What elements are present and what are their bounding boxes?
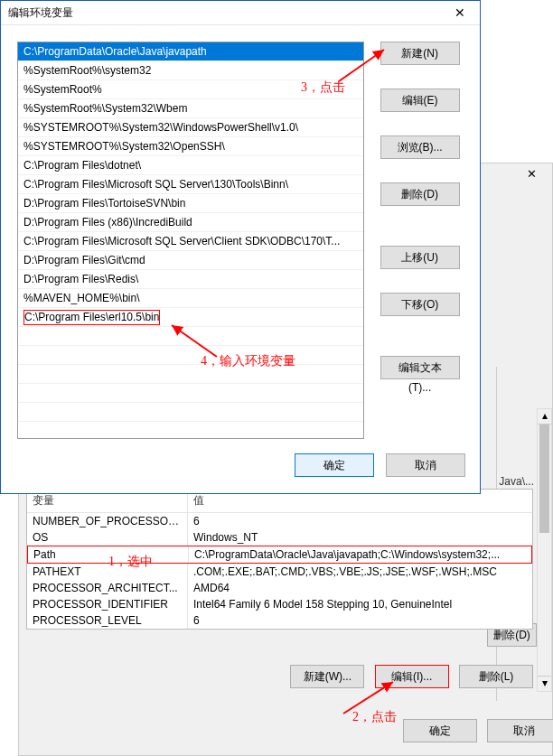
path-entry[interactable]: %SYSTEMROOT%\System32\WindowsPowerShell\… — [18, 118, 363, 137]
table-row[interactable]: NUMBER_OF_PROCESSORS6 — [27, 513, 532, 529]
browse-button[interactable]: 浏览(B)... — [380, 135, 460, 159]
path-entry[interactable]: D:\Program Files\TortoiseSVN\bin — [18, 194, 363, 213]
var-value: Windows_NT — [188, 529, 532, 546]
table-row[interactable]: PROCESSOR_IDENTIFIERIntel64 Family 6 Mod… — [27, 596, 532, 612]
path-entry[interactable]: D:\Program Files\Redis\ — [18, 270, 363, 289]
path-entry-empty[interactable] — [18, 365, 363, 384]
scroll-down-icon[interactable]: ▾ — [538, 676, 551, 691]
var-name: PROCESSOR_IDENTIFIER — [27, 596, 188, 612]
var-name: OS — [27, 529, 188, 546]
new-button[interactable]: 新建(N) — [380, 42, 460, 65]
var-name: NUMBER_OF_PROCESSORS — [27, 513, 188, 529]
system-vars-button-row: 新建(W)... 编辑(I)... 删除(L) — [26, 665, 533, 688]
edit-environment-variable-dialog: 编辑环境变量 ✕ C:\ProgramData\Oracle\Java\java… — [0, 0, 481, 494]
ok-button[interactable]: 确定 — [295, 453, 374, 477]
path-entry[interactable]: D:\Program Files (x86)\IncrediBuild — [18, 213, 363, 232]
scroll-thumb[interactable] — [539, 425, 549, 533]
path-entry-empty[interactable] — [18, 327, 363, 346]
delete-button[interactable]: 删除(D) — [380, 182, 460, 206]
edit-button[interactable]: 编辑(E) — [380, 89, 460, 112]
path-entry[interactable]: C:\Program Files\Microsoft SQL Server\13… — [18, 175, 363, 194]
var-value: 6 — [188, 612, 532, 629]
system-variables-list: 变量 值 NUMBER_OF_PROCESSORS6OSWindows_NTPa… — [26, 489, 533, 630]
annotation-step1: 1，选中 — [108, 554, 153, 570]
var-value: 6 — [188, 513, 532, 529]
ok-button[interactable]: 确定 — [403, 719, 477, 742]
var-value: C:\ProgramData\Oracle\Java\javapath;C:\W… — [189, 546, 531, 563]
path-entry-empty[interactable] — [18, 384, 363, 403]
table-row[interactable]: PROCESSOR_LEVEL6 — [27, 612, 532, 629]
close-icon[interactable]: ✕ — [511, 163, 552, 188]
var-name: PROCESSOR_LEVEL — [27, 612, 188, 629]
var-value: .COM;.EXE;.BAT;.CMD;.VBS;.VBE;.JS;.JSE;.… — [188, 564, 532, 580]
user-var-value-fragment: Java\... — [499, 475, 534, 488]
var-name: PROCESSOR_ARCHITECT... — [27, 580, 188, 596]
sysvar-new-button[interactable]: 新建(W)... — [290, 665, 364, 688]
annotation-step2: 2，点击 — [352, 709, 397, 725]
table-row[interactable]: PATHEXT.COM;.EXE;.BAT;.CMD;.VBS;.VBE;.JS… — [27, 564, 532, 580]
sysvar-edit-button[interactable]: 编辑(I)... — [375, 665, 449, 688]
path-entry[interactable]: %SystemRoot%\system32 — [18, 61, 363, 80]
path-entry[interactable]: C:\Program Files\erl10.5\bin — [18, 308, 363, 327]
table-row[interactable]: PROCESSOR_ARCHITECT...AMD64 — [27, 580, 532, 596]
path-entry[interactable]: %MAVEN_HOME%\bin\ — [18, 289, 363, 308]
cancel-button[interactable]: 取消 — [487, 719, 553, 742]
sysvar-delete-button[interactable]: 删除(L) — [459, 665, 533, 688]
scrollbar[interactable]: ▴ ▾ — [537, 408, 552, 692]
annotation-step4: 4，输入环境变量 — [201, 353, 295, 369]
dialog-title: 编辑环境变量 — [8, 5, 439, 21]
titlebar: 编辑环境变量 ✕ — [1, 1, 480, 25]
path-entry-empty[interactable] — [18, 403, 363, 422]
var-value: Intel64 Family 6 Model 158 Stepping 10, … — [188, 596, 532, 612]
path-buttons-column: 新建(N) 编辑(E) 浏览(B)... 删除(D) 上移(U) 下移(O) 编… — [380, 42, 465, 439]
path-entry[interactable]: %SystemRoot%\System32\Wbem — [18, 99, 363, 118]
path-entry[interactable]: C:\ProgramData\Oracle\Java\javapath — [18, 42, 363, 61]
var-value: AMD64 — [188, 580, 532, 596]
close-icon[interactable]: ✕ — [439, 5, 480, 20]
cancel-button[interactable]: 取消 — [386, 453, 465, 477]
edittext-button[interactable]: 编辑文本(T)... — [380, 356, 460, 379]
path-entry[interactable]: %SYSTEMROOT%\System32\OpenSSH\ — [18, 137, 363, 156]
table-row[interactable]: PathC:\ProgramData\Oracle\Java\javapath;… — [27, 546, 532, 564]
dialog-footer: 确定 取消 — [26, 719, 553, 742]
annotation-step3: 3，点击 — [301, 79, 345, 96]
movedown-button[interactable]: 下移(O) — [380, 293, 460, 316]
path-entry[interactable]: C:\Program Files\Microsoft SQL Server\Cl… — [18, 232, 363, 251]
dialog-footer: 确定 取消 — [1, 448, 480, 488]
var-name: PATHEXT — [27, 564, 188, 580]
scroll-up-icon[interactable]: ▴ — [538, 409, 551, 425]
moveup-button[interactable]: 上移(U) — [380, 246, 460, 269]
path-entry[interactable]: C:\Program Files\dotnet\ — [18, 156, 363, 175]
table-row[interactable]: OSWindows_NT — [27, 529, 532, 546]
path-list[interactable]: C:\ProgramData\Oracle\Java\javapath%Syst… — [17, 42, 364, 439]
path-entry[interactable]: D:\Program Files\Git\cmd — [18, 251, 363, 270]
path-entry-empty[interactable] — [18, 346, 363, 365]
